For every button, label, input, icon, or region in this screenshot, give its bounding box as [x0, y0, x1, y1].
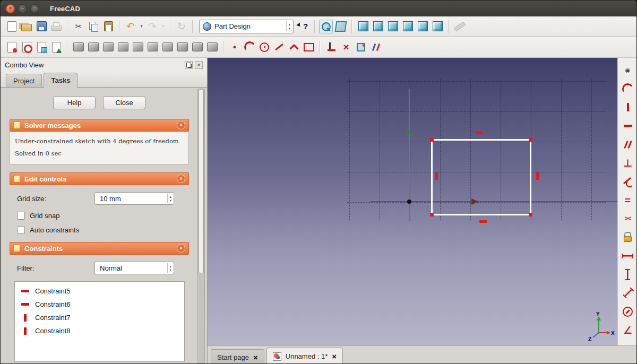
minimize-window-button[interactable]: −: [18, 4, 27, 13]
create-polyline-icon[interactable]: [287, 40, 301, 54]
close-tab-icon[interactable]: ×: [332, 352, 337, 360]
constraint-perpendicular-icon[interactable]: ⊥: [621, 156, 635, 170]
constraint-point-on-object-icon[interactable]: [621, 82, 635, 96]
undo-icon[interactable]: ↶: [124, 20, 137, 33]
constraint-horizontal-icon[interactable]: [621, 119, 635, 133]
collapse-section-icon[interactable]: ×: [177, 175, 185, 183]
axonometric-view-icon[interactable]: [334, 20, 348, 33]
vertex-point[interactable]: [430, 138, 434, 142]
edit-sketch-icon[interactable]: [20, 40, 33, 54]
constraint-radius-icon[interactable]: [621, 305, 635, 318]
constraint-symmetric-icon[interactable]: ><: [621, 212, 635, 226]
auto-constraints-option[interactable]: Auto constraints: [17, 226, 188, 234]
3d-viewport[interactable]: Y X Z: [208, 58, 617, 345]
constraint-list-item[interactable]: Constraint8: [15, 324, 184, 337]
constraint-distance-icon[interactable]: [618, 283, 637, 303]
right-view-icon[interactable]: [386, 20, 400, 33]
tab-start-page[interactable]: Start page ×: [211, 349, 264, 364]
open-document-icon[interactable]: [20, 20, 33, 33]
close-panel-icon[interactable]: ×: [195, 61, 203, 69]
fit-all-icon[interactable]: [319, 20, 333, 33]
grid-snap-checkbox[interactable]: [17, 212, 25, 220]
copy-icon[interactable]: [87, 20, 100, 33]
close-tab-icon[interactable]: ×: [253, 353, 258, 361]
constraint-tangent-icon[interactable]: [621, 175, 635, 188]
whatsthis-icon[interactable]: ?: [297, 20, 311, 33]
vertex-point[interactable]: [529, 138, 532, 142]
undo-dropdown-icon[interactable]: ▾: [139, 20, 144, 33]
horizontal-constraint-marker[interactable]: [479, 220, 487, 223]
create-line-icon[interactable]: [272, 40, 286, 54]
create-point-icon[interactable]: ●: [228, 40, 242, 54]
create-rectangle-icon[interactable]: [302, 40, 316, 54]
tab-tasks[interactable]: Tasks: [44, 73, 78, 88]
maximize-window-button[interactable]: □: [30, 4, 39, 13]
edit-controls-header[interactable]: Edit controls ×: [10, 172, 189, 185]
vertex-point[interactable]: [529, 213, 532, 216]
constraint-list-item[interactable]: Constraint5: [15, 284, 184, 298]
tab-project[interactable]: Project: [6, 74, 42, 87]
panel-scrollbar[interactable]: [197, 89, 205, 363]
constraint-filter-select[interactable]: Normal ▴▾: [94, 262, 174, 274]
solver-messages-header[interactable]: Solver messages ×: [10, 119, 189, 132]
horizontal-constraint-marker[interactable]: [476, 131, 483, 134]
carbon-copy-icon[interactable]: [369, 40, 383, 54]
constraint-equal-icon[interactable]: =: [621, 193, 635, 207]
cut-icon[interactable]: ✂: [72, 20, 85, 33]
grid-size-select[interactable]: 10 mm ▴▾: [94, 192, 174, 205]
vertical-constraint-marker[interactable]: [536, 172, 539, 180]
map-sketch-icon[interactable]: [35, 40, 48, 54]
auto-constraints-checkbox[interactable]: [17, 226, 25, 234]
groove-icon[interactable]: [116, 40, 130, 54]
trim-edge-icon[interactable]: ×: [339, 40, 353, 54]
constraint-vertical-distance-icon[interactable]: [621, 267, 635, 281]
origin-point[interactable]: [407, 200, 411, 204]
redo-icon[interactable]: ↷: [145, 20, 159, 33]
mirrored-icon[interactable]: [191, 40, 204, 54]
tab-unnamed-document[interactable]: Unnamed : 1* ×: [266, 348, 343, 364]
leave-sketch-icon[interactable]: [49, 40, 63, 54]
measure-distance-icon[interactable]: [453, 20, 467, 33]
paste-icon[interactable]: [101, 20, 115, 33]
print-icon[interactable]: [49, 20, 63, 33]
external-geometry-icon[interactable]: [354, 40, 368, 54]
constraint-list-item[interactable]: Constraint6: [15, 298, 184, 311]
float-panel-icon[interactable]: [185, 61, 193, 69]
create-sketch-icon[interactable]: [5, 40, 19, 54]
pad-icon[interactable]: [72, 40, 85, 54]
save-icon[interactable]: [35, 20, 48, 33]
scrollbar-thumb[interactable]: [199, 90, 204, 273]
pocket-icon[interactable]: [87, 40, 100, 54]
linear-pattern-icon[interactable]: [205, 40, 219, 54]
create-arc-icon[interactable]: [243, 40, 256, 54]
close-button[interactable]: Close: [103, 96, 145, 109]
thickness-icon[interactable]: [176, 40, 190, 54]
collapse-section-icon[interactable]: ×: [177, 121, 185, 129]
bottom-view-icon[interactable]: [416, 20, 429, 33]
refresh-icon[interactable]: ↻: [175, 20, 188, 33]
constraint-angle-icon[interactable]: ∠: [621, 323, 635, 337]
help-button[interactable]: Help: [53, 96, 96, 109]
new-document-icon[interactable]: [5, 20, 19, 33]
collapse-section-icon[interactable]: ×: [177, 244, 185, 253]
revolution-icon[interactable]: [101, 40, 115, 54]
vertex-point[interactable]: [430, 213, 434, 216]
constraint-parallel-icon[interactable]: [621, 137, 635, 151]
redo-dropdown-icon[interactable]: ▾: [160, 20, 166, 33]
constraint-horizontal-distance-icon[interactable]: [621, 249, 635, 263]
workbench-selector[interactable]: Part Design ▴▾: [199, 20, 294, 33]
rear-view-icon[interactable]: [401, 20, 415, 33]
chamfer-icon[interactable]: [146, 40, 160, 54]
constraint-lock-icon[interactable]: [621, 230, 635, 244]
sketch-rectangle[interactable]: [431, 139, 531, 215]
constraint-vertical-icon[interactable]: [621, 100, 635, 114]
fillet-icon[interactable]: [131, 40, 145, 54]
draft-icon[interactable]: [161, 40, 175, 54]
left-view-icon[interactable]: [431, 20, 444, 33]
coordinate-axes-icon[interactable]: [324, 40, 338, 54]
constraint-list-item[interactable]: Constraint7: [15, 311, 184, 324]
constraints-header[interactable]: Constraints ×: [10, 242, 189, 255]
close-window-button[interactable]: ×: [6, 4, 15, 13]
top-view-icon[interactable]: [371, 20, 385, 33]
grid-snap-option[interactable]: Grid snap: [17, 212, 188, 220]
